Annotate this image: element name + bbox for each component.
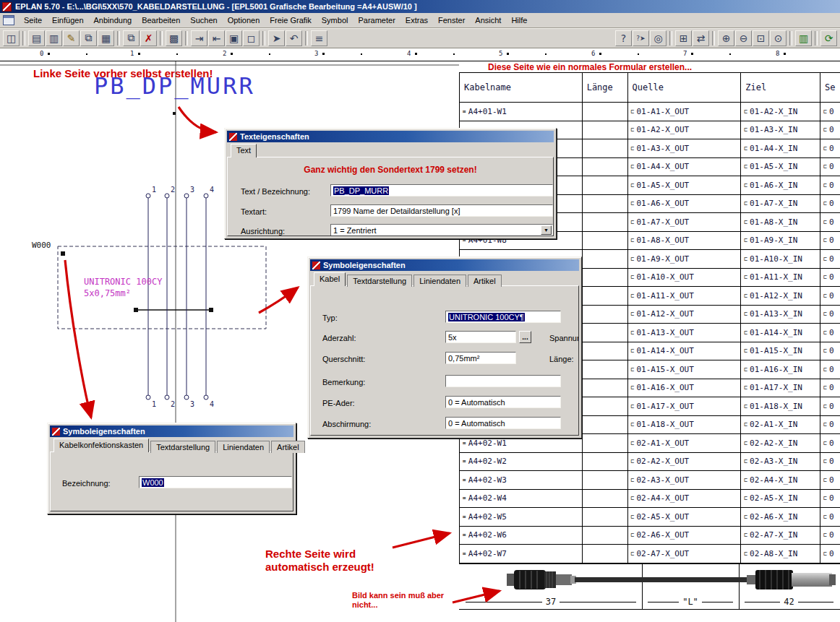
wire-top-terminal[interactable] [146,194,150,198]
delete-icon[interactable]: ✗ [140,30,157,46]
cable-box-label[interactable]: W000 [32,241,51,250]
table-row[interactable]: ≡A4+02-W2⊏02-A2-X_OUT⊏02-A3-X_IN⊏0 [460,453,840,472]
tab-text[interactable]: Text [231,144,257,157]
page-properties-icon[interactable]: ▥ [46,30,62,46]
chevron-down-icon[interactable]: ▼ [541,225,552,235]
bemerkung-input[interactable] [445,375,561,387]
menu-item-symbol[interactable]: Symbol [317,14,353,26]
cable-type-text[interactable]: UNITRONIC 100CY [84,277,162,287]
abschirmung-input[interactable]: 0 = Automatisch [445,417,561,429]
tab-textdarstellung[interactable]: Textdarstellung [150,441,215,453]
zoom-out-icon[interactable]: ⊖ [735,30,752,46]
frame-select-icon[interactable]: ◫ [3,30,20,46]
page-back-icon[interactable]: ⇤ [208,30,225,46]
seite-text: 0 [829,457,834,466]
table-row[interactable]: ≡A4+02-W6⊏02-A6-X_OUT⊏02-A7-X_IN⊏0 [460,527,840,545]
seite-text: 0 [829,217,834,227]
wire-bottom-terminal[interactable] [146,395,150,399]
menu-item-seite[interactable]: Seite [19,14,47,26]
edit-icon[interactable]: ✎ [63,30,80,46]
menu-item-hilfe[interactable]: Hilfe [506,14,532,26]
drawing-canvas[interactable]: 11223344 Linke Seite vorher selbst erste… [0,61,840,622]
querschnitt-input[interactable]: 0,75mm² [445,352,516,364]
statistics-icon[interactable]: ▥ [795,30,812,46]
cell-ziel: ⊏01-A5-X_IN [741,158,820,176]
connection-icon: ⊏ [823,329,827,336]
zoom-in-icon[interactable]: ⊕ [718,30,734,46]
menu-item-freie-grafik[interactable]: Freie Grafik [265,14,316,26]
title-bar[interactable]: EPLAN 5.70 - E:\...\BGI\5XX\570_KABELDAR… [0,0,840,13]
zoom-window-icon[interactable]: ⊡ [753,30,769,46]
wire-top-terminal[interactable] [165,194,169,198]
dialog-titlebar[interactable]: Symboleigenschaften [310,259,579,271]
refresh-icon[interactable]: ⟳ [820,30,837,46]
cable-line-handle[interactable] [134,308,138,312]
child-window-icon[interactable] [3,15,14,25]
tab-kabel[interactable]: Kabel [314,272,346,286]
menu-item-parameter[interactable]: Parameter [353,14,400,26]
macro-icon[interactable]: ≡ [311,30,327,46]
dialog-titlebar[interactable]: Symboleigenschaften [50,426,293,437]
cable-icon: ≡ [463,495,466,501]
menu-item-optionen[interactable]: Optionen [223,14,265,26]
bezeichnung-input[interactable]: W000 [139,476,292,488]
typ-input[interactable]: UNITRONIC 100CY¶ [445,311,561,323]
wire-bottom-terminal[interactable] [204,395,208,399]
wire-top-terminal[interactable] [184,194,189,198]
connection-icon: ⊏ [744,440,747,446]
save-icon[interactable]: ▦ [98,30,114,46]
cable-spec-text[interactable]: 5x0,75mm² [84,288,131,298]
table-row[interactable]: ≡A4+02-W4⊏02-A4-X_OUT⊏02-A5-X_IN⊏0 [460,490,840,509]
tab-kabelkonfektionskasten[interactable]: Kabelkonfektionskasten [53,439,149,452]
text-bezeichnung-input[interactable]: PB_DP_MURR [330,184,553,196]
print-icon[interactable]: ▣ [226,30,242,46]
textart-input[interactable]: 1799 Name der Detaildarstellung [x] [330,204,553,217]
aderzahl-input[interactable]: 5x [445,331,516,343]
wire-bottom-terminal[interactable] [184,395,189,399]
undo-icon[interactable]: ↶ [286,30,302,46]
cell-seite: ⊏0 [820,342,840,360]
new-page-icon[interactable]: ▤ [28,30,45,46]
copy-icon[interactable]: ⧉ [123,30,140,46]
connection-icon: ⊏ [631,256,635,262]
browse-button[interactable]: ... [519,331,531,343]
wire-bottom-terminal[interactable] [165,395,169,399]
connection-icon: ⊏ [631,126,635,133]
cable-line-handle[interactable] [209,308,213,312]
table-row[interactable]: ≡A4+02-W7⊏02-A7-X_OUT⊏02-A8-X_IN⊏0 [460,545,840,563]
cell-seite: ⊏0 [820,195,840,213]
menu-item-anbindung[interactable]: Anbindung [89,14,137,26]
tab-textdarstellung[interactable]: Textdarstellung [347,275,412,287]
menu-item-einfügen[interactable]: Einfügen [47,14,88,26]
pe-ader-input[interactable]: 0 = Automatisch [445,396,561,408]
menu-item-bearbeiten[interactable]: Bearbeiten [137,14,185,26]
search-icon[interactable]: ◎ [650,30,667,46]
swap-windows-icon[interactable]: ⇄ [693,30,709,46]
table-row[interactable]: ≡A4+02-W3⊏02-A3-X_OUT⊏02-A4-X_IN⊏0 [460,471,840,490]
copy-page-icon[interactable]: ⧉ [80,30,97,46]
tab-artikel[interactable]: Artikel [468,275,502,287]
ausrichtung-combobox[interactable]: 1 = Zentriert ▼ [330,224,553,236]
help-icon[interactable]: ? [615,30,632,46]
dialog-titlebar[interactable]: Texteigenschaften [227,131,554,142]
menu-item-extras[interactable]: Extras [400,14,433,26]
menu-item-ansicht[interactable]: Ansicht [470,14,506,26]
detail-title-text[interactable]: PB_DP_MURR [94,72,255,100]
tab-liniendaten[interactable]: Liniendaten [217,441,270,453]
tab-liniendaten[interactable]: Liniendaten [413,275,466,287]
cell-laenge [583,508,628,526]
form-editor-icon[interactable]: ▩ [166,30,182,46]
table-row[interactable]: ≡A4+01-W1⊏01-A1-X_OUT⊏01-A2-X_IN⊏0 [460,103,840,121]
wire-top-terminal[interactable] [204,194,208,198]
pointer-icon[interactable]: ➤ [268,30,285,46]
page-forward-icon[interactable]: ⇥ [191,30,207,46]
menu-item-suchen[interactable]: Suchen [185,14,222,26]
windows-icon[interactable]: ⊞ [675,30,692,46]
context-help-icon[interactable]: ?➤ [633,30,649,46]
print-preview-icon[interactable]: ◻ [243,30,260,46]
menu-item-fenster[interactable]: Fenster [433,14,470,26]
tab-artikel[interactable]: Artikel [271,441,305,453]
table-row[interactable]: ≡A4+02-W5⊏02-A5-X_OUT⊏02-A6-X_IN⊏0 [460,508,840,527]
zoom-full-icon[interactable]: ⊙ [770,30,787,46]
horizontal-ruler: 012345678 [0,48,840,61]
